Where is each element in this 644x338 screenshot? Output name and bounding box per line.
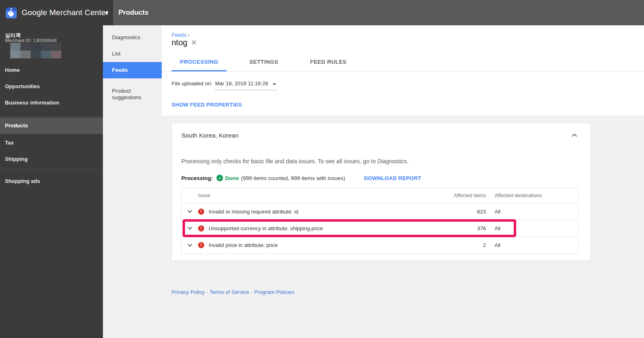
affected-items-value: 2 bbox=[441, 242, 486, 248]
issue-text: Invalid or missing required attribute: i… bbox=[209, 209, 299, 215]
sidebar-item-tax[interactable]: Tax bbox=[0, 135, 103, 151]
collapse-chevron-icon[interactable] bbox=[572, 133, 577, 139]
merchant-center-logo-icon bbox=[6, 7, 17, 18]
status-label: Processing: bbox=[181, 175, 213, 181]
merchant-id: Merchant ID: 130299540 bbox=[5, 38, 57, 43]
privacy-policy-link[interactable]: Privacy Policy bbox=[172, 289, 205, 295]
tab-feed-rules[interactable]: FEED RULES bbox=[300, 52, 357, 71]
file-upload-label: File uploaded on: bbox=[172, 80, 212, 87]
subnav-item-list[interactable]: List bbox=[103, 46, 162, 62]
sidebar-divider bbox=[0, 116, 103, 116]
subnav-item-feeds[interactable]: Feeds bbox=[103, 62, 162, 78]
main-content: Feeds› ntog ✕ PROCESSING SETTINGS FEED R… bbox=[162, 25, 644, 338]
close-icon[interactable]: ✕ bbox=[191, 38, 197, 47]
logo-dash bbox=[10, 9, 13, 9]
breadcrumb-separator: › bbox=[187, 32, 189, 38]
feed-tabs: PROCESSING SETTINGS FEED RULES bbox=[162, 52, 644, 71]
sidebar-item-business-information[interactable]: Business information bbox=[0, 95, 103, 111]
footer-separator: · bbox=[251, 289, 252, 295]
primary-sidebar: 실리쿡 Merchant ID: 130299540 Home Opportun… bbox=[0, 25, 103, 338]
feed-name: ntog bbox=[172, 38, 187, 47]
expand-chevron-icon[interactable] bbox=[187, 242, 192, 247]
table-row-highlighted[interactable]: ! Unsupported currency in attribute: shi… bbox=[182, 220, 578, 237]
sidebar-item-opportunities[interactable]: Opportunities bbox=[0, 78, 103, 95]
upload-date-value: Mar 18, 2019 11:16:28 bbox=[215, 80, 268, 87]
issues-table: Issue Affected items Affected destinatio… bbox=[181, 188, 578, 254]
subnav-item-product-suggestions[interactable]: Product suggestions bbox=[103, 82, 162, 101]
processing-status-row: Processing: ✓ Done (999 items counted, 9… bbox=[181, 175, 421, 181]
issue-text: Unsupported currency in attribute: shipp… bbox=[209, 225, 323, 231]
card-title: South Korea, Korean bbox=[181, 132, 238, 139]
download-report-link[interactable]: DOWNLOAD REPORT bbox=[364, 175, 421, 181]
expand-chevron-icon[interactable] bbox=[187, 225, 192, 229]
dropdown-caret-icon bbox=[272, 83, 276, 85]
sidebar-collapse-icon[interactable]: ◀ bbox=[105, 10, 108, 15]
sidebar-item-shopping-ads[interactable]: Shopping ads bbox=[0, 173, 103, 189]
table-row[interactable]: ! Invalid or missing required attribute:… bbox=[182, 203, 578, 220]
sidebar-divider bbox=[0, 170, 103, 170]
show-feed-properties-link[interactable]: SHOW FEED PROPERTIES bbox=[172, 102, 242, 108]
tab-settings[interactable]: SETTINGS bbox=[237, 52, 290, 71]
error-icon: ! bbox=[198, 209, 204, 215]
sidebar-item-home[interactable]: Home bbox=[0, 62, 103, 78]
sidebar-item-products[interactable]: Products bbox=[0, 118, 103, 134]
affected-destinations-value: All bbox=[486, 242, 578, 248]
issues-table-header: Issue Affected items Affected destinatio… bbox=[182, 188, 578, 203]
upload-date-dropdown[interactable]: Mar 18, 2019 11:16:28 bbox=[214, 80, 277, 90]
breadcrumb: Feeds› bbox=[172, 32, 189, 38]
file-upload-row: File uploaded on: Mar 18, 2019 11:16:28 bbox=[172, 80, 277, 90]
processing-card: South Korea, Korean Processing only chec… bbox=[172, 123, 591, 261]
products-subnav: Diagnostics List Feeds Product suggestio… bbox=[103, 25, 162, 338]
footer-links: Privacy Policy·Terms of Service·Program … bbox=[172, 289, 294, 295]
success-check-icon: ✓ bbox=[216, 175, 223, 181]
feed-title-row: ntog ✕ bbox=[172, 38, 197, 47]
sidebar-item-shipping[interactable]: Shipping bbox=[0, 151, 103, 167]
error-icon: ! bbox=[198, 225, 204, 231]
page-title: Products bbox=[118, 9, 149, 17]
top-app-bar: Google Merchant Center ◀ Products bbox=[0, 0, 644, 25]
column-affected-items: Affected items bbox=[441, 193, 486, 198]
tab-processing[interactable]: PROCESSING bbox=[172, 52, 227, 71]
processing-note: Processing only checks for basic file an… bbox=[181, 158, 408, 165]
issue-text: Invalid price in attribute: price bbox=[209, 242, 278, 248]
affected-items-value: 376 bbox=[441, 225, 486, 231]
column-affected-destinations: Affected destinations bbox=[486, 193, 578, 198]
status-value: Done bbox=[225, 175, 239, 181]
redacted-account-image bbox=[10, 43, 61, 58]
program-policies-link[interactable]: Program Policies bbox=[254, 289, 294, 295]
merchant-center-screen: Google Merchant Center ◀ Products 실리쿡 Me… bbox=[0, 0, 644, 338]
footer-separator: · bbox=[206, 289, 208, 295]
subnav-item-diagnostics[interactable]: Diagnostics bbox=[103, 29, 162, 46]
affected-destinations-value: All bbox=[486, 225, 578, 231]
error-icon: ! bbox=[198, 242, 204, 248]
status-detail: (999 items counted, 999 items with issue… bbox=[241, 175, 345, 181]
expand-chevron-icon[interactable] bbox=[187, 208, 192, 213]
brand-name: Google Merchant Center bbox=[22, 8, 108, 17]
affected-destinations-value: All bbox=[486, 209, 578, 215]
table-row[interactable]: ! Invalid price in attribute: price 2 Al… bbox=[182, 237, 578, 254]
affected-items-value: 623 bbox=[441, 209, 486, 215]
terms-of-service-link[interactable]: Terms of Service bbox=[209, 289, 249, 295]
column-issue: Issue bbox=[182, 193, 441, 198]
breadcrumb-feeds-link[interactable]: Feeds bbox=[172, 32, 186, 38]
price-tag-icon bbox=[7, 10, 14, 17]
brand-area: Google Merchant Center bbox=[0, 0, 113, 25]
